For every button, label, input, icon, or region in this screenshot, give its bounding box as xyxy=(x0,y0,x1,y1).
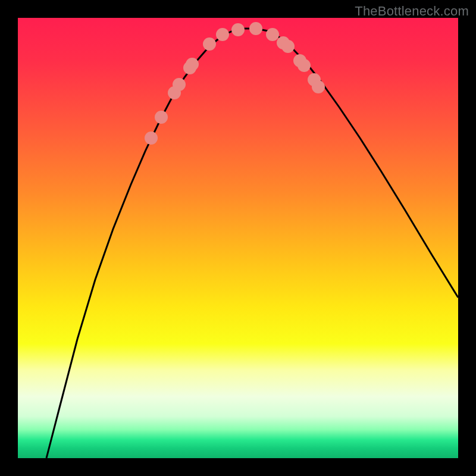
curve-layer xyxy=(18,18,458,458)
marker-point xyxy=(155,111,168,124)
marker-point xyxy=(266,28,279,41)
plot-area xyxy=(18,18,458,458)
marker-point xyxy=(216,28,229,41)
watermark-text: TheBottleneck.com xyxy=(355,4,469,19)
bottleneck-curve xyxy=(46,29,458,458)
highlight-markers xyxy=(145,22,325,145)
marker-point xyxy=(145,131,158,145)
marker-point xyxy=(298,59,311,72)
marker-point xyxy=(231,23,245,36)
chart-frame: TheBottleneck.com xyxy=(0,0,476,476)
marker-point xyxy=(203,37,216,51)
marker-point xyxy=(249,22,262,35)
marker-point xyxy=(173,78,186,91)
marker-point xyxy=(281,40,295,53)
marker-point xyxy=(186,58,199,71)
marker-point xyxy=(312,80,325,93)
